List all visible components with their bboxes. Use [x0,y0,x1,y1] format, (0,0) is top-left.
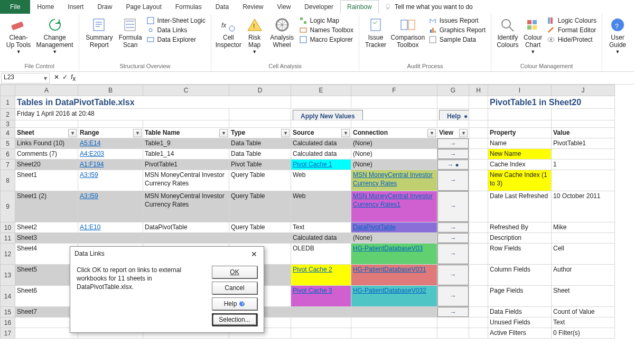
view-arrow-button[interactable]: → [437,233,469,244]
view-arrow-button[interactable]: → [437,149,469,160]
view-arrow-button[interactable]: → [437,244,469,265]
cell-connection[interactable]: MSN MoneyCentral Investor Currency Rates… [351,191,437,222]
row-header[interactable]: 5 [0,138,15,149]
column-header[interactable]: I [488,85,552,96]
view-arrow-button[interactable]: → [437,222,469,233]
row-header[interactable]: 14 [0,286,15,307]
logic-map-button[interactable]: Logic Map [300,17,354,24]
colour-chart-button[interactable]: Colour Chart▼ [521,16,545,56]
column-header[interactable]: G [437,85,469,96]
row-header[interactable]: 16 [0,318,15,328]
cell-connection[interactable]: DataPivotTable [351,222,437,233]
data-links-button[interactable]: Data Links [147,26,206,34]
sample-data-button[interactable]: Sample Data [429,36,486,43]
logic-colours-button[interactable]: Logic Colours [547,17,596,24]
accept-entry-icon[interactable]: ✓ [62,73,68,82]
help-button[interactable]: Help? [212,297,257,310]
filter-sheet[interactable]: Sheet [15,128,78,138]
user-guide-button[interactable]: ?User Guide▼ [605,16,630,56]
name-box[interactable]: L23 [1,73,50,83]
row-header[interactable]: 1 [0,96,15,109]
row-header[interactable]: 13 [0,265,15,286]
cell-connection[interactable]: HG-PatientDatabaseV032 [351,286,437,307]
risk-map-button[interactable]: !Risk Map▼ [243,16,267,56]
tab-formulas[interactable]: Formulas [169,0,209,14]
tab-rainbow[interactable]: Rainbow [340,0,379,14]
column-header[interactable]: D [229,85,291,96]
row-header[interactable]: 8 [0,170,15,191]
cell-range[interactable]: A3:I59 [78,191,143,222]
cell-connection[interactable]: MSN MoneyCentral Investor Currency Rates [351,170,437,191]
issues-report-button[interactable]: Issues Report [429,17,486,24]
view-arrow-button[interactable]: → [437,286,469,307]
row-header[interactable]: 12 [0,244,15,265]
data-explorer-button[interactable]: Data Explorer [147,36,206,43]
filter-range[interactable]: Range [78,128,143,138]
cell-source[interactable]: Pivot Cache 3 [291,286,351,307]
view-arrow-button[interactable]: → [437,265,469,286]
filter-view[interactable]: View [437,128,469,138]
ok-button[interactable]: OK [212,266,257,278]
tab-file[interactable]: File [0,0,30,14]
row-header[interactable]: 9 [0,191,15,222]
column-header[interactable]: A [15,85,78,96]
row-header[interactable]: 7 [0,160,15,170]
column-header[interactable]: H [469,85,488,96]
tab-developer[interactable]: Developer [297,0,340,14]
issue-tracker-button[interactable]: Issue Tracker [362,16,389,50]
cell-source[interactable]: Pivot Cache 2 [291,265,351,286]
cancel-entry-icon[interactable]: ✕ [54,73,59,82]
names-toolbox-button[interactable]: Names Toolbox [300,26,354,34]
change-management-button[interactable]: Change Management▼ [34,16,76,56]
cell-inspector-button[interactable]: fxCell Inspector [215,16,243,50]
row-header[interactable]: 15 [0,307,15,318]
macro-explorer-button[interactable]: Macro Explorer [300,36,354,43]
formula-input[interactable] [80,73,633,83]
row-header[interactable]: 17 [0,328,15,339]
tab-view[interactable]: View [271,0,298,14]
clean-up-tools-button[interactable]: Clean-Up Tools▼ [3,16,34,56]
hide-protect-button[interactable]: Hide/Protect [547,36,596,43]
view-arrow-button[interactable]: → [437,191,469,222]
format-editor-button[interactable]: Format Editor [547,26,596,34]
row-header[interactable]: 11 [0,233,15,244]
tell-me[interactable]: Tell me what you want to do [379,0,478,14]
column-header[interactable]: E [291,85,351,96]
view-arrow-button[interactable]: → [437,170,469,191]
row-header[interactable]: 10 [0,222,15,233]
tab-insert[interactable]: Insert [61,0,90,14]
apply-new-values-button[interactable]: Apply New Values [293,110,363,120]
column-header[interactable]: J [552,85,615,96]
cell-connection[interactable]: HG-PatientDatabaseV03 [351,244,437,265]
inter-sheet-logic-button[interactable]: Inter-Sheet Logic [147,17,206,24]
select-all-button[interactable] [0,85,15,96]
cell-source[interactable]: Pivot Cache 1 [291,160,351,170]
cell-range[interactable]: A4:E203 [78,149,143,160]
formula-scan-button[interactable]: Formula Scan [116,16,145,50]
view-arrow-button[interactable]: → ● [437,160,469,170]
column-header[interactable]: F [351,85,437,96]
tab-data[interactable]: Data [209,0,236,14]
cell-connection[interactable]: HG-PatientDatabaseV031 [351,265,437,286]
view-arrow-button[interactable]: → [437,138,469,149]
tab-home[interactable]: Home [30,0,61,14]
filter-table-name[interactable]: Table Name [143,128,229,138]
comparison-toolbox-button[interactable]: Comparison Toolbox [389,16,427,50]
filter-source[interactable]: Source [291,128,351,138]
tab-page-layout[interactable]: Page Layout [119,0,168,14]
analysis-wheel-button[interactable]: Analysis Wheel [267,16,297,50]
column-header[interactable]: B [78,85,143,96]
filter-connection[interactable]: Connection [351,128,437,138]
fx-button[interactable]: fx [71,73,76,82]
tab-review[interactable]: Review [236,0,270,14]
cell-range[interactable]: A1:F194 [78,160,143,170]
row-header[interactable]: 4 [0,128,15,138]
column-header[interactable]: C [143,85,229,96]
tab-draw[interactable]: Draw [90,0,119,14]
close-icon[interactable]: ✕ [249,250,259,258]
graphics-report-button[interactable]: Graphics Report [429,26,486,34]
summary-report-button[interactable]: Summary Report [82,16,116,50]
cell-range[interactable]: A3:I59 [78,170,143,191]
view-arrow-button[interactable]: → [437,307,469,318]
row-header[interactable]: 3 [0,120,15,128]
